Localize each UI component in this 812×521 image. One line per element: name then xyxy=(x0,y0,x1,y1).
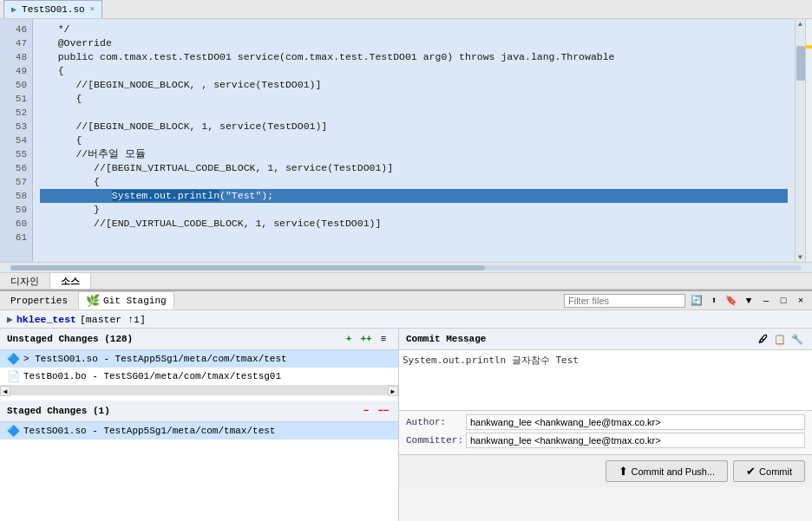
staged-actions: − −− xyxy=(358,403,391,419)
line-number: 47 xyxy=(0,36,32,50)
filter-files-input[interactable] xyxy=(564,294,685,308)
code-line: //[BEGIN_VIRTUAL_CODE_BLOCK, 1, service(… xyxy=(40,161,788,175)
unstaged-file-list: 🔷 > TestSO01.so - TestApp5Sg1/meta/com/t… xyxy=(0,350,398,401)
unstaged-menu-icon[interactable]: ≡ xyxy=(376,331,391,347)
git-staging-tab[interactable]: 🌿 Git Staging xyxy=(78,291,174,309)
commit-action-icon2[interactable]: 📋 xyxy=(772,331,788,347)
design-tab[interactable]: 디자인 xyxy=(0,273,50,289)
h-scroll-track[interactable] xyxy=(10,265,802,270)
staged-file-icon-0: 🔷 xyxy=(7,425,20,438)
scroll-up-arrow[interactable]: ▲ xyxy=(796,19,805,29)
code-line: { xyxy=(40,134,788,147)
properties-tab[interactable]: Properties xyxy=(3,291,75,309)
horizontal-scrollbar[interactable] xyxy=(0,262,812,272)
add-to-index-icon[interactable]: + xyxy=(341,331,357,347)
code-line: { xyxy=(40,175,788,189)
line-number: 59 xyxy=(0,203,32,217)
settings-dropdown-icon[interactable]: ▼ xyxy=(741,293,756,309)
unstaged-file-name-0: > TestSO01.so - TestApp5Sg1/meta/com/tma… xyxy=(23,354,287,364)
tab-close-button[interactable]: × xyxy=(90,5,95,14)
change-marker xyxy=(806,45,812,49)
editor-tab-testso01[interactable]: ▶ TestSO01.so × xyxy=(3,0,102,18)
h-scroll-thumb[interactable] xyxy=(10,265,485,270)
author-input[interactable] xyxy=(466,414,805,430)
line-number: 56 xyxy=(0,161,32,175)
code-line: @Override xyxy=(40,36,788,50)
panel-content: Unstaged Changes (128) + ++ ≡ 🔷 > TestSO… xyxy=(0,329,812,521)
breadcrumb-repo-name[interactable]: hklee_test xyxy=(16,314,76,325)
editor-tab-bar: ▶ TestSO01.so × xyxy=(0,0,812,19)
code-line: public com.tmax.test.TestDO01 service(co… xyxy=(40,50,788,64)
commit-action-icon3[interactable]: 🔧 xyxy=(789,331,805,347)
unstaged-file-item-1[interactable]: 📄 TestBo01.bo - TestSG01/meta/com/tmax/t… xyxy=(0,368,398,385)
author-row: Author: xyxy=(406,414,805,430)
panel-tab-bar: Properties 🌿 Git Staging 🔄 ⬆ 🔖 ▼ — □ × xyxy=(0,291,812,310)
author-label: Author: xyxy=(406,417,462,427)
staged-file-item-0[interactable]: 🔷 TestSO01.so - TestApp5Sg1/meta/com/tma… xyxy=(0,422,398,440)
committer-row: Committer: xyxy=(406,433,805,448)
vertical-scrollbar[interactable]: ▲ ▼ xyxy=(795,19,805,262)
line-number: 57 xyxy=(0,175,32,189)
fetch-icon[interactable]: 🔄 xyxy=(689,293,704,309)
line-number: 46 xyxy=(0,23,32,36)
scroll-right-arrow[interactable]: ▶ xyxy=(388,386,398,396)
line-number: 53 xyxy=(0,120,32,134)
commit-header-actions: 🖊 📋 🔧 xyxy=(755,331,805,347)
panel-close-icon[interactable]: × xyxy=(793,293,809,309)
git-icon: 🌿 xyxy=(86,294,100,308)
bottom-panel: Properties 🌿 Git Staging 🔄 ⬆ 🔖 ▼ — □ × ▶… xyxy=(0,290,812,521)
view-tabs: 디자인 소스 xyxy=(0,272,812,290)
code-line: { xyxy=(40,64,788,78)
minimize-icon[interactable]: — xyxy=(758,293,774,309)
staged-header: Staged Changes (1) − −− xyxy=(0,401,398,422)
source-tab[interactable]: 소스 xyxy=(50,273,91,289)
unstaged-list-h-scroll[interactable]: ◀ ▶ xyxy=(0,385,398,395)
unstaged-actions: + ++ ≡ xyxy=(341,331,391,347)
maximize-icon[interactable]: □ xyxy=(776,293,791,309)
committer-input[interactable] xyxy=(466,433,805,448)
commit-buttons: ⬆ Commit and Push... ✔ Commit xyxy=(399,454,812,487)
commit-icon: ✔ xyxy=(746,465,756,478)
code-content[interactable]: */ @Override public com.tmax.test.TestDO… xyxy=(33,19,795,262)
remove-from-index-icon[interactable]: − xyxy=(358,403,374,419)
unstaged-title: Unstaged Changes (128) xyxy=(7,334,337,344)
code-line: //[BEGIN_NODE_BLOCK, 1, service(TestDO01… xyxy=(40,120,788,134)
commit-message-area[interactable]: System.out.println 글자참수 Test xyxy=(399,350,812,411)
staged-title: Staged Changes (1) xyxy=(7,406,355,416)
line-number: 50 xyxy=(0,78,32,92)
staged-file-list: 🔷 TestSO01.so - TestApp5Sg1/meta/com/tma… xyxy=(0,422,398,521)
code-line: } xyxy=(40,203,788,217)
commit-message-header: Commit Message 🖊 📋 🔧 xyxy=(399,329,812,350)
scroll-left-arrow[interactable]: ◀ xyxy=(0,386,10,396)
unstaged-file-icon-1: 📄 xyxy=(7,370,20,383)
staged-file-name-0: TestSO01.so - TestApp5Sg1/meta/com/tmax/… xyxy=(23,426,275,436)
properties-tab-label: Properties xyxy=(10,296,68,306)
push-icon[interactable]: ⬆ xyxy=(706,293,722,309)
code-line: //[BEGIN_NODE_BLOCK, , service(TestDO01)… xyxy=(40,78,788,92)
unstaged-file-item-0[interactable]: 🔷 > TestSO01.so - TestApp5Sg1/meta/com/t… xyxy=(0,350,398,368)
commit-button[interactable]: ✔ Commit xyxy=(733,460,805,482)
line-number: 48 xyxy=(0,50,32,64)
add-all-to-index-icon[interactable]: ++ xyxy=(358,331,374,347)
commit-message-title: Commit Message xyxy=(406,334,486,344)
code-line: System.out.println("Test"); xyxy=(40,189,788,203)
marker-strip xyxy=(805,19,812,262)
commit-label: Commit xyxy=(759,466,792,477)
line-number: 52 xyxy=(0,106,32,120)
panel-toolbar: 🔄 ⬆ 🔖 ▼ — □ × xyxy=(689,293,812,309)
scroll-down-arrow[interactable]: ▼ xyxy=(796,252,805,262)
h-track xyxy=(10,386,388,395)
code-line: //버추얼 모듈 xyxy=(40,147,788,161)
file-icon: ▶ xyxy=(11,4,16,15)
code-line xyxy=(40,231,788,244)
commit-push-icon: ⬆ xyxy=(619,465,628,478)
bookmark-icon[interactable]: 🔖 xyxy=(724,293,739,309)
code-line xyxy=(40,106,788,120)
commit-and-push-button[interactable]: ⬆ Commit and Push... xyxy=(606,460,729,482)
remove-all-icon[interactable]: −− xyxy=(376,403,391,419)
scroll-thumb[interactable] xyxy=(796,46,805,81)
commit-action-icon1[interactable]: 🖊 xyxy=(755,331,770,347)
git-staging-tab-label: Git Staging xyxy=(103,296,167,306)
breadcrumb-arrow-icon: ▶ xyxy=(7,313,13,325)
breadcrumb: ▶ hklee_test [master ↑1] xyxy=(0,310,812,329)
